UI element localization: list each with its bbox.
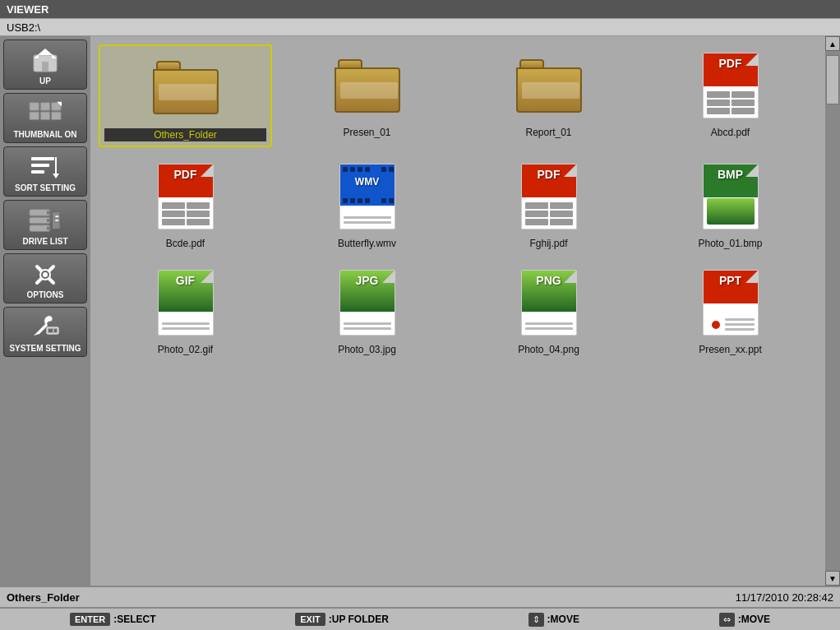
sort-icon [29,152,62,181]
folder-icon [335,59,400,113]
list-item[interactable]: WMV Butterfly.wmv [280,155,454,253]
bottom-item-move-v: ⇕ :MOVE [528,613,579,627]
main-area: UP THUMBNAIL ON [0,36,840,586]
svg-rect-18 [47,219,50,222]
gif-icon: GIF [158,270,214,336]
move-h-desc: :MOVE [738,614,770,625]
list-item[interactable]: JPG Photo_03.jpg [280,262,454,359]
list-item[interactable]: PNG Photo_04.png [462,262,635,359]
file-area-wrapper: Others_Folder Presen_01 [90,36,825,586]
ppt-icon: PPT [703,270,759,336]
bottom-bar: ENTER :SELECT EXIT :UP FOLDER ⇕ :MOVE ⇔ … [0,607,840,630]
thumbnail-icon [29,99,62,127]
sort-button[interactable]: SORT SETTING [3,146,87,197]
file-name: Photo_04.png [518,344,579,355]
file-name: Butterfly.wmv [338,238,396,249]
title-bar: VIEWER [0,0,840,18]
system-setting-label: SYSTEM SETTING [9,344,81,353]
scroll-up-button[interactable]: ▲ [825,36,840,51]
thumbnail-label: THUMBNAIL ON [13,130,76,139]
svg-point-27 [43,272,48,277]
pdf-icon-wrap: PDF [694,49,768,123]
up-label: UP [39,76,51,86]
enter-desc: :SELECT [113,614,155,625]
current-path: USB2:\ [7,21,40,34]
file-name: Presen_01 [343,127,390,138]
sort-label: SORT SETTING [15,183,76,192]
svg-rect-11 [31,164,49,167]
status-filename: Others_Folder [0,591,371,604]
bottom-item-move-h: ⇔ :MOVE [719,613,770,627]
status-bar: Others_Folder 11/17/2010 20:28:42 [0,586,840,607]
list-item[interactable]: Presen_01 [280,44,454,147]
options-button[interactable]: OPTIONS [3,253,87,303]
scroll-thumb[interactable] [826,55,839,104]
gif-icon-wrap: GIF [149,266,223,340]
status-datetime: 11/17/2010 20:28:42 [736,591,840,604]
file-name: Others_Folder [104,128,266,141]
list-item[interactable]: GIF Photo_02.gif [99,262,272,359]
thumbnail-button[interactable]: THUMBNAIL ON [3,93,87,143]
enter-key: ENTER [70,613,110,626]
pdf-icon: PDF [158,164,214,229]
list-item[interactable]: Report_01 [462,44,635,147]
move-h-key: ⇔ [719,613,735,627]
pdf-icon: PDF [703,53,759,118]
svg-rect-6 [30,112,39,120]
svg-rect-12 [31,170,44,174]
folder-icon [153,61,219,114]
wmv-icon: WMV [339,164,395,229]
jpg-icon: JPG [339,270,395,336]
file-name: Presen_xx.ppt [699,344,762,355]
svg-rect-8 [52,112,61,120]
list-item[interactable]: PPT Presen_xx.ppt [644,262,817,359]
system-setting-icon [29,313,62,341]
bmp-icon-wrap: BMP [694,160,768,234]
svg-rect-30 [54,329,57,332]
ppt-icon-wrap: PPT [694,266,768,340]
scroll-down-button[interactable]: ▼ [825,571,840,586]
up-button[interactable]: UP [3,39,87,90]
drive-list-icon [29,206,62,234]
drive-list-button[interactable]: DRIVE LIST [3,200,87,250]
svg-rect-2 [42,62,48,72]
list-item[interactable]: BMP Photo_01.bmp [644,155,817,253]
file-grid: Others_Folder Presen_01 [90,36,825,586]
folder-icon-wrap [512,49,586,123]
file-name: Fghij.pdf [529,238,567,249]
folder-icon-wrap [149,50,223,124]
folder-icon [516,59,582,113]
svg-rect-3 [30,102,39,110]
file-name: Photo_03.jpg [338,344,396,355]
list-item[interactable]: PDF Fghij.pdf [462,155,635,253]
bottom-item-exit: EXIT :UP FOLDER [295,613,389,626]
file-name: Bcde.pdf [166,238,205,249]
sidebar: UP THUMBNAIL ON [0,36,90,586]
app-title: VIEWER [7,3,48,16]
list-item[interactable]: Others_Folder [99,44,272,147]
options-label: OPTIONS [26,290,63,299]
folder-icon-wrap [330,49,404,123]
svg-rect-16 [47,211,50,214]
svg-rect-10 [31,157,54,160]
file-name: Abcd.pdf [711,127,750,138]
svg-rect-29 [48,329,53,332]
svg-rect-20 [47,226,50,229]
png-icon-wrap: PNG [512,266,586,340]
move-v-desc: :MOVE [547,614,579,625]
system-setting-button[interactable]: SYSTEM SETTING [3,307,87,357]
path-bar: USB2:\ [0,18,840,36]
move-v-key: ⇕ [528,613,544,627]
drive-list-label: DRIVE LIST [22,237,67,246]
exit-key: EXIT [295,613,325,626]
list-item[interactable]: PDF Abcd.pdf [644,44,817,147]
scroll-track[interactable] [825,51,840,571]
file-name: Photo_02.gif [158,344,213,355]
wmv-icon-wrap: WMV [330,160,404,234]
pdf-icon: PDF [521,164,577,229]
bottom-item-enter: ENTER :SELECT [70,613,156,626]
list-item[interactable]: PDF Bcde.pdf [99,155,272,253]
pdf-icon-wrap: PDF [512,160,586,234]
file-name: Photo_01.bmp [698,238,762,249]
file-name: Report_01 [525,127,571,138]
